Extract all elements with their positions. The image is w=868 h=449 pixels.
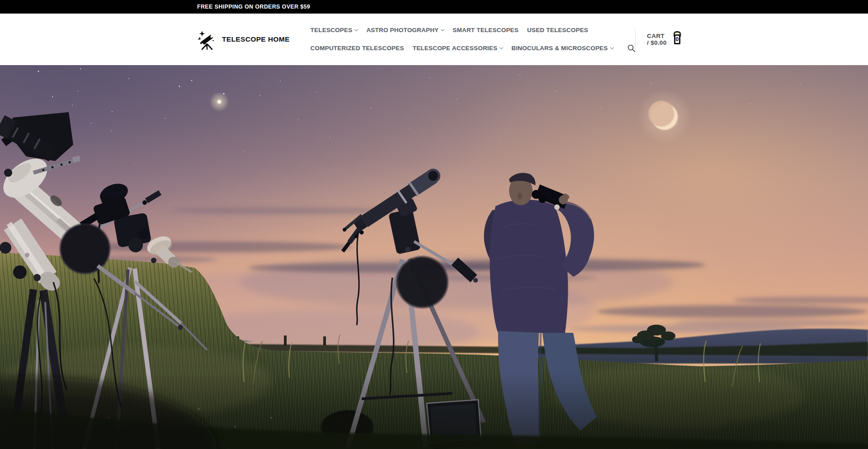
nav-binoculars-microscopes[interactable]: BINOCULARS & MICROSCOPES <box>511 45 613 52</box>
hero-image <box>0 65 868 449</box>
hero-scene <box>0 65 868 449</box>
cart: CART / $0.00 0 <box>635 29 681 50</box>
foreground-grass <box>0 373 868 449</box>
chevron-down-icon <box>441 27 444 31</box>
wristwatch <box>554 204 560 210</box>
search-icon[interactable] <box>627 44 635 52</box>
nav-label: USED TELESCOPES <box>527 27 588 33</box>
nav-used-telescopes[interactable]: USED TELESCOPES <box>527 27 588 33</box>
crescent-moon <box>637 90 692 144</box>
page: FREE SHIPPING ON ORDERS OVER $59 <box>0 0 868 449</box>
header-divider <box>635 29 636 50</box>
nav-label: TELESCOPES <box>311 27 353 33</box>
planet-venus <box>209 92 229 112</box>
main-nav: TELESCOPES ASTRO PHOTOGRAPHY SMART TELES… <box>311 27 635 52</box>
nav-label: BINOCULARS & MICROSCOPES <box>511 45 608 52</box>
free-shipping-message: FREE SHIPPING ON ORDERS OVER $59 <box>197 4 310 10</box>
nav-row-2: COMPUTERIZED TELESCOPES TELESCOPE ACCESS… <box>311 44 635 52</box>
nav-label: COMPUTERIZED TELESCOPES <box>311 45 404 52</box>
cart-link[interactable]: CART / $0.00 <box>647 33 668 46</box>
brand-name: TELESCOPE HOME <box>222 35 290 43</box>
nav-label: SMART TELESCOPES <box>453 27 519 33</box>
brand-logo[interactable]: TELESCOPE HOME <box>197 28 290 50</box>
nav-smart-telescopes[interactable]: SMART TELESCOPES <box>453 27 519 33</box>
nav-telescope-accessories[interactable]: TELESCOPE ACCESSORIES <box>413 45 503 52</box>
chevron-down-icon <box>500 45 503 49</box>
nav-row-1: TELESCOPES ASTRO PHOTOGRAPHY SMART TELES… <box>311 27 635 33</box>
announcement-bar: FREE SHIPPING ON ORDERS OVER $59 <box>0 0 868 14</box>
nav-computerized-telescopes[interactable]: COMPUTERIZED TELESCOPES <box>311 45 404 52</box>
chevron-down-icon <box>354 27 358 31</box>
nav-label: ASTRO PHOTOGRAPHY <box>366 27 439 33</box>
nav-astro-photography[interactable]: ASTRO PHOTOGRAPHY <box>366 27 444 33</box>
nav-label: TELESCOPE ACCESSORIES <box>413 45 498 52</box>
telescope-logo-icon <box>197 28 217 50</box>
chevron-down-icon <box>610 45 613 49</box>
nav-telescopes[interactable]: TELESCOPES <box>311 27 358 33</box>
site-header: TELESCOPE HOME TELESCOPES ASTRO PHOTOGRA… <box>0 14 868 65</box>
cart-count: 0 <box>676 37 679 42</box>
cart-bag-icon[interactable]: 0 <box>674 34 681 44</box>
